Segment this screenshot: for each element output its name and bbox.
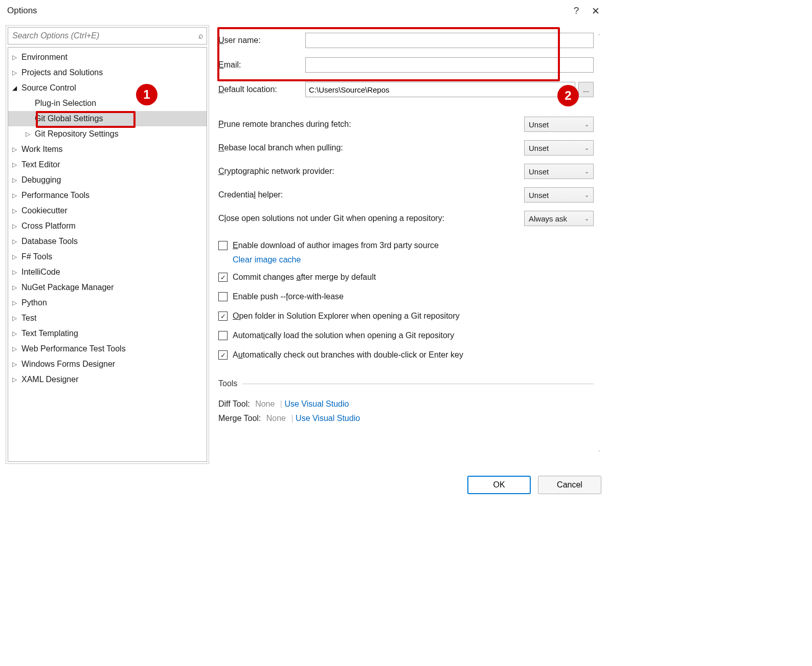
- username-label: User name:: [218, 36, 305, 45]
- tree-item[interactable]: ▷XAML Designer: [8, 372, 207, 387]
- tree-item-label: Plug-in Selection: [35, 99, 96, 108]
- chevron-down-icon: ⌄: [584, 192, 589, 198]
- expander-closed-icon[interactable]: ▷: [12, 161, 21, 168]
- email-label: Email:: [218, 60, 305, 70]
- expander-closed-icon[interactable]: ▷: [12, 299, 21, 306]
- email-input[interactable]: [305, 57, 594, 73]
- expander-closed-icon[interactable]: ▷: [12, 223, 21, 230]
- push-force-checkbox[interactable]: [218, 292, 228, 301]
- tree-item-label: Cookiecutter: [21, 206, 67, 215]
- tree-item[interactable]: ▷Git Repository Settings: [8, 126, 207, 142]
- close-combo[interactable]: Always ask⌄: [524, 211, 594, 226]
- cred-label: Credential helper:: [218, 190, 524, 199]
- tree-item[interactable]: ▷Web Performance Test Tools: [8, 341, 207, 357]
- tree-item[interactable]: Git Global Settings: [8, 111, 207, 126]
- tree-item[interactable]: ▷Performance Tools: [8, 188, 207, 203]
- tree-item-label: F# Tools: [21, 252, 52, 261]
- search-input[interactable]: [12, 31, 198, 40]
- tree-item[interactable]: Plug-in Selection: [8, 96, 207, 111]
- expander-closed-icon[interactable]: ▷: [12, 253, 21, 260]
- search-icon[interactable]: ⌕: [198, 31, 204, 40]
- expander-closed-icon[interactable]: ▷: [12, 146, 21, 153]
- clear-image-cache-link[interactable]: Clear image cache: [233, 255, 594, 268]
- expander-closed-icon[interactable]: ▷: [12, 54, 21, 61]
- default-location-input[interactable]: [305, 82, 575, 97]
- enable-download-label: Enable download of author images from 3r…: [233, 241, 439, 250]
- auto-checkout-checkbox[interactable]: [218, 350, 228, 360]
- username-input[interactable]: [305, 33, 594, 48]
- expander-closed-icon[interactable]: ▷: [12, 284, 21, 291]
- tree-item[interactable]: ▷Cookiecutter: [8, 203, 207, 218]
- cred-combo[interactable]: Unset⌄: [524, 187, 594, 203]
- crypto-combo[interactable]: Unset⌄: [524, 164, 594, 179]
- diff-use-vs-link[interactable]: Use Visual Studio: [284, 399, 349, 408]
- tree-item[interactable]: ▷Work Items: [8, 142, 207, 157]
- tree-item-label: Test: [21, 314, 36, 323]
- scroll-up-icon[interactable]: ˄: [598, 33, 601, 40]
- tree-item[interactable]: ▷Environment: [8, 50, 207, 65]
- expander-closed-icon[interactable]: ▷: [12, 361, 21, 368]
- expander-closed-icon[interactable]: ▷: [12, 207, 21, 214]
- merge-tool-row: Merge Tool: None | Use Visual Studio: [218, 414, 594, 423]
- tree-item[interactable]: ▷Database Tools: [8, 234, 207, 249]
- tree-item[interactable]: ▷Windows Forms Designer: [8, 357, 207, 372]
- commit-after-merge-checkbox[interactable]: [218, 273, 228, 282]
- auto-load-label: Automatically load the solution when ope…: [233, 331, 454, 340]
- chevron-down-icon: ⌄: [584, 121, 589, 128]
- browse-button[interactable]: ...: [578, 82, 594, 97]
- enable-download-checkbox[interactable]: [218, 241, 228, 250]
- prune-label: Prune remote branches during fetch:: [218, 120, 524, 129]
- window-title: Options: [7, 6, 567, 16]
- tree-item-label: Python: [21, 298, 47, 307]
- tree-item-label: Work Items: [21, 145, 63, 154]
- options-tree[interactable]: ▷Environment▷Projects and Solutions◢Sour…: [8, 47, 207, 462]
- tree-item-label: NuGet Package Manager: [21, 283, 114, 292]
- tree-item-label: Debugging: [21, 175, 61, 185]
- merge-use-vs-link[interactable]: Use Visual Studio: [296, 414, 360, 423]
- expander-closed-icon[interactable]: ▷: [12, 376, 21, 383]
- tree-item-label: Windows Forms Designer: [21, 360, 115, 369]
- auto-checkout-label: Automatically check out branches with do…: [233, 350, 463, 360]
- tree-item[interactable]: ▷F# Tools: [8, 249, 207, 264]
- expander-closed-icon[interactable]: ▷: [12, 192, 21, 199]
- expander-closed-icon[interactable]: ▷: [26, 130, 35, 138]
- scroll-down-icon[interactable]: ˅: [598, 450, 601, 457]
- tree-item[interactable]: ▷Projects and Solutions: [8, 65, 207, 80]
- settings-form: User name: Email: Default location: ... …: [218, 31, 594, 459]
- push-force-label: Enable push --force-with-lease: [233, 292, 344, 301]
- tree-item-label: Git Repository Settings: [35, 129, 119, 139]
- expander-closed-icon[interactable]: ▷: [12, 69, 21, 76]
- tree-item-label: Environment: [21, 53, 67, 62]
- expander-open-icon[interactable]: ◢: [12, 84, 21, 92]
- cancel-button[interactable]: Cancel: [538, 476, 601, 494]
- prune-combo[interactable]: Unset⌄: [524, 117, 594, 132]
- tree-item[interactable]: ▷Text Editor: [8, 157, 207, 172]
- expander-closed-icon[interactable]: ▷: [12, 330, 21, 337]
- expander-closed-icon[interactable]: ▷: [12, 345, 21, 352]
- expander-closed-icon[interactable]: ▷: [12, 315, 21, 322]
- auto-load-checkbox[interactable]: [218, 331, 228, 340]
- expander-closed-icon[interactable]: ▷: [12, 238, 21, 245]
- tree-item[interactable]: ▷Test: [8, 310, 207, 326]
- diff-tool-row: Diff Tool: None | Use Visual Studio: [218, 399, 594, 409]
- tree-item[interactable]: ◢Source Control: [8, 80, 207, 96]
- tree-item[interactable]: ▷Cross Platform: [8, 218, 207, 234]
- expander-closed-icon[interactable]: ▷: [12, 176, 21, 184]
- tree-item[interactable]: ▷IntelliCode: [8, 264, 207, 280]
- tree-item[interactable]: ▷NuGet Package Manager: [8, 280, 207, 295]
- open-folder-checkbox[interactable]: [218, 312, 228, 321]
- close-label: Close open solutions not under Git when …: [218, 214, 524, 223]
- tree-item-label: Text Editor: [21, 160, 60, 169]
- ok-button[interactable]: OK: [467, 476, 531, 494]
- close-icon[interactable]: ✕: [586, 5, 605, 17]
- expander-closed-icon[interactable]: ▷: [12, 269, 21, 276]
- tree-item[interactable]: ▷Text Templating: [8, 326, 207, 341]
- tree-item-label: Projects and Solutions: [21, 68, 103, 77]
- commit-after-merge-label: Commit changes after merge by default: [233, 273, 376, 282]
- help-icon[interactable]: ?: [567, 5, 586, 16]
- rebase-combo[interactable]: Unset⌄: [524, 140, 594, 156]
- tree-item[interactable]: ▷Python: [8, 295, 207, 310]
- tree-item[interactable]: ▷Debugging: [8, 172, 207, 188]
- chevron-down-icon: ⌄: [584, 145, 589, 151]
- scrollbar[interactable]: ˄ ˅: [594, 31, 605, 459]
